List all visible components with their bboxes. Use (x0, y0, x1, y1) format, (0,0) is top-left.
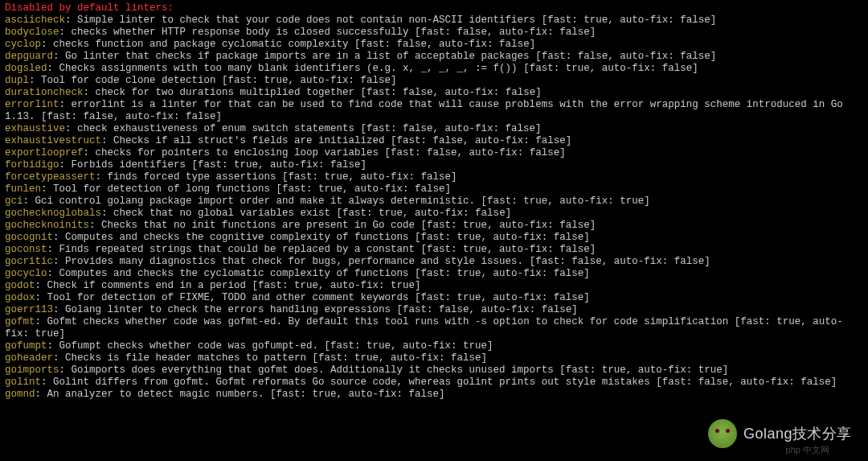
separator: : (59, 99, 72, 110)
linter-desc: check that no global variables exist [fa… (113, 208, 511, 219)
linter-desc: Gofmt checks whether code was gofmt-ed. … (5, 316, 843, 340)
separator: : (96, 171, 108, 183)
linter-desc: checks for pointers to enclosing loop va… (96, 147, 566, 158)
linter-desc: Check if comments end in a period [fast:… (47, 280, 421, 291)
separator: : (35, 389, 47, 400)
separator: : (53, 352, 65, 364)
separator: : (47, 268, 59, 279)
linter-name: exhaustivestruct (5, 135, 101, 146)
linter-name: gocognit (5, 232, 53, 243)
linter-name: gochecknoglobals (5, 208, 101, 219)
linter-desc: An analyzer to detect magic numbers. [fa… (47, 389, 445, 400)
linter-name: gomnd (5, 389, 35, 400)
linter-name: depguard (5, 51, 53, 62)
wechat-golang-icon (708, 419, 737, 448)
separator: : (23, 196, 35, 207)
linter-line: durationcheck: check for two durations m… (5, 87, 863, 99)
linter-name: funlen (5, 183, 41, 195)
linter-name: errorlint (5, 99, 59, 110)
linter-desc: Golang linter to check the errors handli… (65, 304, 578, 315)
separator: : (53, 256, 65, 267)
linter-desc: Go linter that checks if package imports… (65, 51, 716, 62)
linter-line: dupl: Tool for code clone detection [fas… (5, 75, 863, 87)
linter-line: godox: Tool for detection of FIXME, TODO… (5, 292, 863, 304)
linter-desc: errorlint is a linter for that can be us… (5, 99, 849, 122)
linter-name: golint (5, 377, 41, 388)
linter-name: gci (5, 196, 23, 207)
watermark: Golang技术分享 (708, 419, 852, 448)
linter-name: bodyclose (5, 27, 59, 38)
separator: : (47, 340, 59, 352)
linter-name: gochecknoinits (5, 220, 89, 231)
separator: : (29, 75, 41, 86)
linter-name: exportloopref (5, 147, 84, 158)
separator: : (65, 14, 77, 26)
separator: : (59, 159, 72, 171)
linter-line: forbidigo: Forbids identifiers [fast: tr… (5, 159, 863, 171)
linter-line: gocritic: Provides many diagnostics that… (5, 256, 863, 268)
linter-line: goimports: Goimports does everything tha… (5, 364, 863, 377)
linter-desc: Finds repeated strings that could be rep… (59, 244, 596, 255)
linter-line: gofumpt: Gofumpt checks whether code was… (5, 340, 863, 352)
linter-name: goconst (5, 244, 47, 255)
linter-line: gocognit: Computes and checks the cognit… (5, 232, 863, 244)
linter-desc: Computes and checks the cognitive comple… (65, 232, 590, 243)
linter-line: godot: Check if comments end in a period… (5, 280, 863, 292)
linter-line: goconst: Finds repeated strings that cou… (5, 244, 863, 256)
linter-line: funlen: Tool for detection of long funct… (5, 183, 863, 196)
separator: : (59, 364, 72, 376)
linter-line: gci: Gci control golang package import o… (5, 196, 863, 208)
separator: : (65, 123, 77, 134)
linter-desc: Forbids identifiers [fast: true, auto-fi… (72, 159, 367, 171)
linter-name: gofumpt (5, 340, 47, 352)
linter-name: goerr113 (5, 304, 53, 315)
linter-name: exhaustive (5, 123, 65, 134)
linter-desc: Checks is file header matches to pattern… (65, 352, 487, 364)
linter-desc: Provides many diagnostics that check for… (65, 256, 710, 267)
linter-name: gofmt (5, 316, 35, 327)
linter-line: dogsled: Checks assignments with too man… (5, 63, 863, 75)
linter-desc: Goimports does everything that gofmt doe… (72, 364, 729, 376)
php-badge: php 中文网 (786, 444, 829, 456)
linter-line: depguard: Go linter that checks if packa… (5, 51, 863, 63)
linter-desc: Gofumpt checks whether code was gofumpt-… (59, 340, 493, 352)
linter-name: forbidigo (5, 159, 59, 171)
linter-name: durationcheck (5, 87, 84, 98)
linter-line: gocyclo: Computes and checks the cycloma… (5, 268, 863, 280)
separator: : (53, 304, 65, 315)
separator: : (84, 147, 96, 158)
linter-line: goheader: Checks is file header matches … (5, 352, 863, 364)
linter-line: gofmt: Gofmt checks whether code was gof… (5, 316, 863, 340)
linter-line: exportloopref: checks for pointers to en… (5, 147, 863, 159)
linter-name: asciicheck (5, 14, 65, 26)
linter-lines: asciicheck: Simple linter to check that … (5, 14, 863, 401)
separator: : (35, 280, 47, 291)
linter-desc: Checks assignments with too many blank i… (59, 63, 698, 74)
separator: : (53, 51, 65, 62)
linter-line: bodyclose: checks whether HTTP response … (5, 27, 863, 39)
terminal-output: Disabled by default linters: asciicheck:… (5, 2, 863, 401)
header-line: Disabled by default linters: (5, 2, 863, 14)
linter-line: gochecknoinits: Checks that no init func… (5, 220, 863, 232)
linter-desc: Tool for detection of FIXME, TODO and ot… (47, 292, 590, 303)
linter-name: dupl (5, 75, 29, 86)
separator: : (35, 292, 47, 303)
linter-name: godot (5, 280, 35, 291)
separator: : (59, 27, 72, 38)
separator: : (89, 220, 101, 231)
linter-desc: checks whether HTTP response body is clo… (72, 27, 596, 38)
linter-name: gocritic (5, 256, 53, 267)
separator: : (47, 63, 59, 74)
linter-desc: finds forced type assertions [fast: true… (108, 171, 457, 183)
linter-line: gomnd: An analyzer to detect magic numbe… (5, 389, 863, 401)
linter-line: exhaustive: check exhaustiveness of enum… (5, 123, 863, 135)
linter-desc: Checks that no init functions are presen… (101, 220, 596, 231)
linter-line: forcetypeassert: finds forced type asser… (5, 171, 863, 183)
separator: : (53, 232, 65, 243)
linter-desc: check exhaustiveness of enum switch stat… (77, 123, 542, 134)
linter-desc: Gci control golang package import order … (35, 196, 650, 207)
linter-name: gocyclo (5, 268, 47, 279)
linter-desc: Tool for code clone detection [fast: tru… (41, 75, 397, 86)
separator: : (41, 183, 53, 195)
linter-name: dogsled (5, 63, 47, 74)
